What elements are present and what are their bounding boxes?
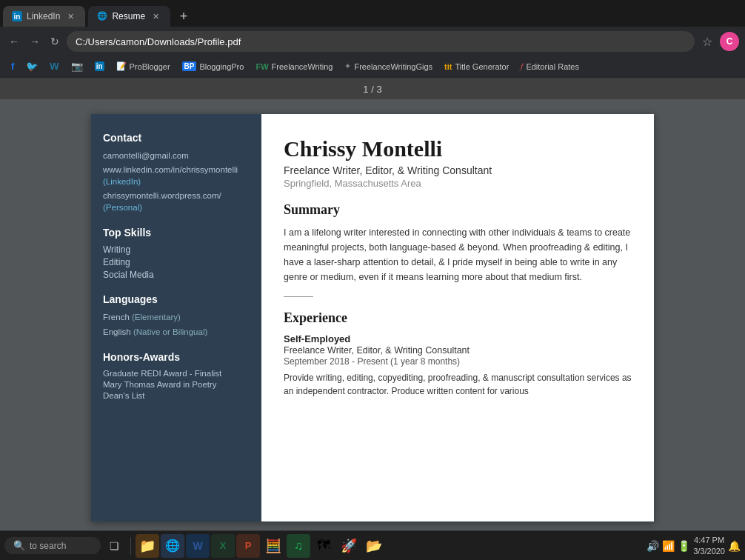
email-text: camontelli@gmail.com (103, 150, 250, 161)
tab-linkedin-label: LinkedIn (27, 11, 60, 21)
word-icon: W (193, 540, 202, 552)
bookmark-bloggingpro[interactable]: BP BloggingPro (177, 59, 250, 73)
taskbar-search[interactable]: 🔍 to search (4, 537, 101, 554)
wordpress-link[interactable]: (Personal) (103, 203, 142, 212)
address-bar: ← → ↻ ☆ C (0, 27, 745, 56)
experience-heading: Experience (284, 310, 632, 326)
taskbar-app1[interactable]: 🗺 (312, 534, 335, 558)
tray-volume-icon[interactable]: 📶 (662, 540, 675, 552)
taskbar-file-explorer[interactable]: 📁 (136, 534, 159, 558)
taskbar-word[interactable]: W (186, 534, 210, 558)
taskbar: 🔍 to search ❏ 📁 🌐 W X P 🧮 ♫ 🗺 🚀 (0, 530, 745, 560)
exp-description: Provide writing, editing, copyediting, p… (284, 371, 632, 398)
spotify-icon: ♫ (294, 539, 303, 553)
app1-icon: 🗺 (317, 538, 330, 553)
taskbar-spotify[interactable]: ♫ (287, 534, 310, 558)
powerpoint-icon: P (245, 540, 252, 551)
tab-bar: in LinkedIn ✕ 🌐 Resume ✕ + (0, 0, 745, 27)
resume-favicon: 🌐 (97, 11, 107, 21)
bookmark-freelancewritinggigs[interactable]: ✦ FreelanceWritingGigs (339, 59, 438, 73)
tray-wifi-icon[interactable]: 🔊 (647, 540, 659, 552)
forward-button[interactable]: → (27, 33, 43, 50)
contact-label: Contact (103, 132, 250, 144)
bookmark-problogger-label: ProBlogger (130, 62, 170, 71)
taskbar-divider-1 (130, 537, 131, 555)
problogger-favicon: 📝 (116, 61, 127, 71)
taskbar-app3[interactable]: 📂 (362, 534, 386, 558)
bookmarks-bar: f 🐦 W 📷 in 📝 ProBlogger BP BloggingPro F… (0, 56, 745, 79)
bookmark-editorialrates[interactable]: 𝑓 Editorial Rates (515, 59, 584, 73)
instagram-icon: 📷 (71, 61, 83, 72)
taskbar-app2[interactable]: 🚀 (337, 534, 361, 558)
back-button[interactable]: ← (6, 33, 22, 50)
bookmark-freelancewriting[interactable]: FW FreelanceWriting (250, 60, 338, 73)
bookmark-wordpress[interactable]: W (44, 59, 64, 74)
linkedin-url-text: www.linkedin.com/in/chrissymontelli (103, 165, 238, 174)
wordpress-url-text: chrissymontelli.wordpress.com/ (103, 191, 221, 200)
taskbar-search-icon: 🔍 (13, 540, 25, 551)
taskbar-powerpoint[interactable]: P (236, 534, 260, 558)
resume-main: Chrissy Montelli Freelance Writer, Edito… (261, 114, 654, 521)
bookmark-titlegenerator[interactable]: tit Title Generator (439, 60, 514, 73)
bookmark-problogger[interactable]: 📝 ProBlogger (111, 59, 176, 73)
calculator-icon: 🧮 (265, 538, 281, 554)
french-lang: French (103, 313, 130, 321)
summary-heading: Summary (284, 202, 632, 218)
profile-button[interactable]: C (720, 32, 739, 51)
reload-button[interactable]: ↻ (47, 33, 62, 50)
tray-notification-icon[interactable]: 🔔 (728, 540, 741, 552)
twitter-icon: 🐦 (26, 61, 38, 72)
tab-linkedin-close[interactable]: ✕ (64, 10, 76, 22)
taskbar-excel[interactable]: X (211, 534, 235, 558)
bookmark-facebook[interactable]: f (6, 59, 19, 74)
tab-resume-close[interactable]: ✕ (150, 10, 161, 22)
language-french: French (Elementary) (103, 311, 250, 323)
bookmark-editorialrates-label: Editorial Rates (526, 62, 579, 71)
file-explorer-icon: 📁 (139, 538, 156, 554)
wordpress-url: chrissymontelli.wordpress.com/ (Personal… (103, 190, 250, 213)
resume-location: Springfield, Massachusetts Area (284, 178, 632, 189)
bookmark-star-icon[interactable]: ☆ (699, 32, 715, 52)
exp-title: Freelance Writer, Editor, & Writing Cons… (284, 345, 632, 356)
taskbar-chrome[interactable]: 🌐 (161, 534, 184, 558)
honor-3: Dean's List (103, 391, 250, 400)
bookmark-titlegenerator-label: Title Generator (455, 62, 509, 71)
linkedin-url: www.linkedin.com/in/chrissymontelli (Lin… (103, 164, 250, 187)
taskbar-search-label: to search (30, 541, 66, 551)
freelancewritinggigs-favicon: ✦ (344, 61, 351, 71)
bookmark-linkedin[interactable]: in (90, 59, 110, 73)
languages-label: Languages (103, 293, 250, 305)
linkedin-icon: in (95, 61, 104, 71)
page-counter: 1 / 3 (363, 84, 381, 95)
taskbar-task-view[interactable]: ❏ (102, 534, 126, 558)
freelancewriting-favicon: FW (255, 62, 268, 71)
exp-company: Self-Employed (284, 333, 632, 344)
resume-name: Chrissy Montelli (284, 136, 632, 161)
taskbar-calculator[interactable]: 🧮 (261, 534, 285, 558)
new-tab-button[interactable]: + (173, 6, 194, 27)
resume-document: Contact camontelli@gmail.com www.linkedi… (91, 114, 654, 521)
tab-resume-label: Resume (112, 11, 145, 21)
bookmark-bloggingpro-label: BloggingPro (199, 62, 244, 71)
honor-1: Graduate REDI Award - Finalist (103, 369, 250, 378)
skill-socialmedia: Social Media (103, 270, 250, 280)
app2-icon: 🚀 (341, 538, 357, 554)
linkedin-link[interactable]: (LinkedIn) (103, 177, 141, 186)
tray-battery-icon[interactable]: 🔋 (678, 540, 690, 552)
taskbar-tray: 🔊 📶 🔋 4:47 PM 3/3/2020 🔔 (647, 535, 741, 556)
url-input[interactable] (67, 31, 695, 52)
skill-editing: Editing (103, 257, 250, 267)
language-english: English (Native or Bilingual) (103, 326, 250, 338)
honor-2: Mary Thomas Award in Poetry (103, 380, 250, 389)
chrome-icon: 🌐 (165, 539, 180, 553)
bookmark-instagram[interactable]: 📷 (66, 59, 88, 74)
tab-resume[interactable]: 🌐 Resume ✕ (88, 6, 170, 27)
bookmark-twitter[interactable]: 🐦 (21, 59, 43, 74)
tab-linkedin[interactable]: in LinkedIn ✕ (3, 6, 85, 27)
summary-body: I am a lifelong writer interested in con… (284, 225, 632, 284)
wordpress-icon: W (50, 61, 59, 72)
tray-time-value: 4:47 PM (693, 535, 725, 545)
tray-datetime: 4:47 PM 3/3/2020 (693, 535, 725, 556)
skill-writing: Writing (103, 244, 250, 255)
english-lang: English (103, 327, 131, 336)
